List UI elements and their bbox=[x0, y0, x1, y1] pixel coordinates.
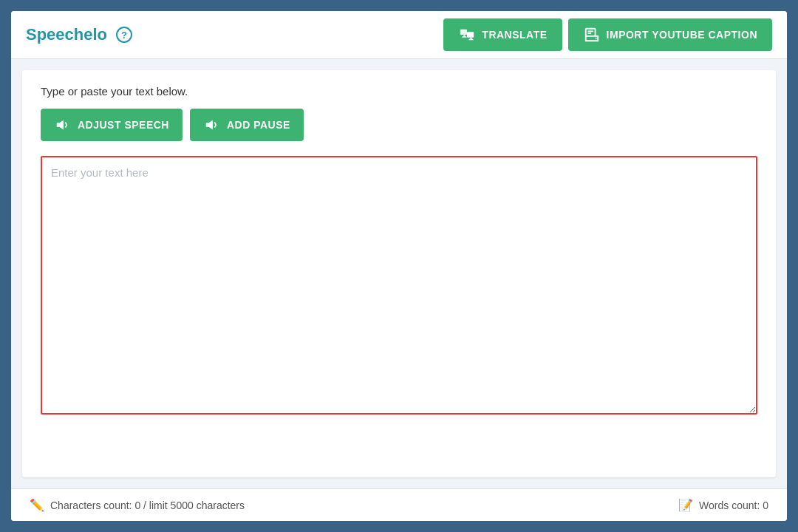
translate-icon bbox=[458, 26, 476, 44]
svg-marker-8 bbox=[57, 120, 64, 130]
adjust-speech-button[interactable]: ADJUST SPEECH bbox=[41, 109, 183, 141]
instruction-text: Type or paste your text below. bbox=[41, 85, 757, 98]
content-area: Type or paste your text below. ADJUST SP… bbox=[22, 70, 776, 477]
import-icon bbox=[583, 26, 601, 44]
char-count-label: Characters count: 0 / limit 5000 charact… bbox=[50, 499, 245, 511]
footer-left: ✏️ Characters count: 0 / limit 5000 char… bbox=[30, 498, 245, 512]
import-caption-label: IMPORT YOUTUBE CAPTION bbox=[607, 29, 757, 41]
svg-marker-3 bbox=[468, 38, 474, 41]
text-area-wrapper bbox=[41, 156, 757, 463]
svg-rect-4 bbox=[585, 29, 595, 36]
main-container: Speechelo ? TRANSLATE bbox=[11, 11, 787, 521]
edit-icon: 📝 bbox=[678, 498, 693, 512]
translate-button[interactable]: TRANSLATE bbox=[443, 18, 562, 51]
footer-right: 📝 Words count: 0 bbox=[678, 498, 768, 512]
help-icon[interactable]: ? bbox=[116, 27, 132, 43]
import-caption-button[interactable]: IMPORT YOUTUBE CAPTION bbox=[568, 18, 772, 51]
svg-rect-2 bbox=[467, 32, 474, 37]
add-pause-button[interactable]: ADD PAUSE bbox=[190, 109, 304, 141]
svg-rect-0 bbox=[460, 30, 467, 35]
adjust-speech-icon bbox=[54, 116, 72, 134]
toolbar: ADJUST SPEECH ADD PAUSE bbox=[41, 109, 757, 141]
svg-marker-1 bbox=[462, 35, 467, 38]
word-count-label: Words count: 0 bbox=[699, 499, 768, 511]
text-input[interactable] bbox=[41, 156, 757, 415]
svg-marker-9 bbox=[206, 120, 213, 130]
header: Speechelo ? TRANSLATE bbox=[11, 11, 787, 59]
footer: ✏️ Characters count: 0 / limit 5000 char… bbox=[11, 488, 787, 521]
header-left: Speechelo ? bbox=[26, 25, 132, 44]
translate-label: TRANSLATE bbox=[482, 29, 547, 41]
add-pause-icon bbox=[203, 116, 221, 134]
adjust-speech-label: ADJUST SPEECH bbox=[78, 119, 169, 131]
add-pause-label: ADD PAUSE bbox=[227, 119, 290, 131]
logo: Speechelo bbox=[26, 25, 107, 44]
pencil-icon: ✏️ bbox=[30, 498, 44, 512]
header-right: TRANSLATE IMPORT YOUTUBE CAPTION bbox=[443, 18, 772, 51]
